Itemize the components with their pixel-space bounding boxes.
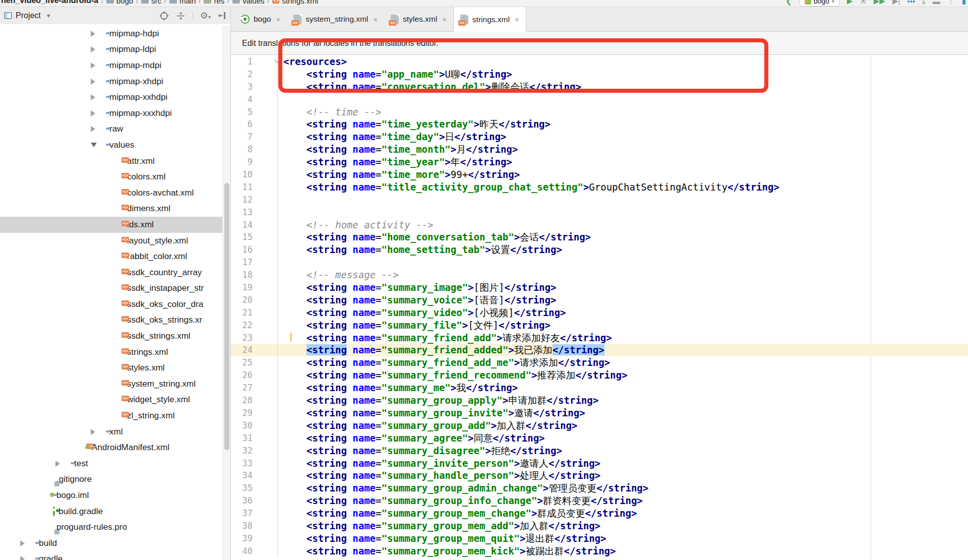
debug-icon[interactable]: ▶▶: [874, 0, 885, 6]
tree-item-system-string-xml[interactable]: <>system_string.xml: [0, 376, 222, 392]
breadcrumb-root[interactable]: hen_video_live-android-a: [1, 0, 98, 5]
tree-item-ssdk-country-array[interactable]: <>ssdk_country_array: [0, 265, 222, 281]
collapse-arrow-icon[interactable]: [91, 63, 95, 69]
breadcrumb-item[interactable]: <>strings.xml: [272, 0, 318, 5]
tree-item-ssdk-strings-xml[interactable]: <>ssdk_strings.xml: [0, 328, 222, 344]
collapse-arrow-icon[interactable]: [20, 540, 25, 546]
tree-item-zl-string-xml[interactable]: <>zl_string.xml: [0, 408, 222, 424]
tree-item-colors-xml[interactable]: <>colors.xml: [0, 169, 222, 185]
tab-strings-xml[interactable]: <>strings.xml×: [453, 7, 526, 32]
code-line-27[interactable]: 27 <string name="summary_me">我</string>: [231, 382, 968, 394]
tree-item-bogo-iml[interactable]: bogo.iml: [0, 487, 222, 504]
code-line-30[interactable]: 30 <string name="summary_group_add">加入群<…: [231, 419, 968, 432]
tree-item-widget-style-xml[interactable]: <>widget_style.xml: [0, 392, 222, 408]
collapse-arrow-icon[interactable]: [91, 79, 95, 85]
code-line-12[interactable]: 12: [231, 194, 968, 206]
code-line-38[interactable]: 38 <string name="summary_group_mem_add">…: [231, 520, 968, 532]
code-line-25[interactable]: 25 <string name="summary_friend_add_me">…: [231, 356, 968, 369]
stop-icon[interactable]: ▬: [933, 0, 940, 6]
tree-item-strings-xml[interactable]: <>strings.xml: [0, 344, 222, 360]
code-line-17[interactable]: 17: [231, 256, 968, 269]
build-icon[interactable]: ⚒: [860, 0, 866, 6]
panel-splitter[interactable]: [230, 7, 231, 560]
code-line-3[interactable]: 3 <string name="conversation_del">删除会话</…: [231, 81, 968, 93]
tree-item-test[interactable]: test: [0, 456, 222, 472]
code-line-35[interactable]: 35 <string name="summary_group_admin_cha…: [231, 482, 968, 494]
tree-item-layout-style-xml[interactable]: <>layout_style.xml: [0, 233, 222, 249]
code-line-37[interactable]: 37 <string name="summary_group_mem_chang…: [231, 507, 968, 520]
tree-item--gitignore[interactable]: .gitignore: [0, 472, 222, 488]
tree-item-build[interactable]: build: [0, 535, 222, 551]
locate-file-icon[interactable]: [159, 11, 169, 21]
tree-item-values[interactable]: values: [0, 137, 222, 153]
code-line-1[interactable]: 1<resources>: [231, 55, 968, 68]
collapse-arrow-icon[interactable]: [91, 126, 95, 132]
tree-item-ssdk-oks-color-dra[interactable]: <>ssdk_oks_color_dra: [0, 296, 222, 313]
collapse-all-icon[interactable]: [176, 11, 186, 21]
tree-item-mipmap-xxxhdpi[interactable]: mipmap-xxxhdpi: [0, 105, 222, 121]
code-line-6[interactable]: 6 <string name="time_yesterday">昨天</stri…: [231, 118, 968, 131]
collapse-arrow-icon[interactable]: [91, 110, 95, 116]
project-scrollbar-thumb[interactable]: [224, 183, 229, 450]
code-line-14[interactable]: 14 <!-- home activity -->: [231, 219, 968, 231]
code-line-16[interactable]: 16 <string name="home_setting_tab">设置</s…: [231, 243, 968, 256]
settings-gear-icon[interactable]: ⚙▾: [200, 10, 211, 21]
tab-bogo[interactable]: bogo×: [234, 7, 287, 31]
device-icon[interactable]: ▮: [962, 0, 966, 6]
back-icon[interactable]: ❮: [785, 0, 792, 6]
profile-icon[interactable]: ▶|: [892, 0, 900, 6]
breadcrumb-item[interactable]: values: [232, 0, 264, 5]
code-line-15[interactable]: 15 <string name="home_conversation_tab">…: [231, 231, 968, 243]
code-line-40[interactable]: 40 <string name="summary_group_mem_kick"…: [231, 545, 968, 557]
more-vertical-icon[interactable]: ⋮: [947, 0, 955, 6]
code-line-5[interactable]: 5 <!-- time -->: [231, 106, 968, 118]
intention-bulb-icon[interactable]: [290, 333, 298, 343]
tree-item-rabbit-color-xml[interactable]: <>rabbit_color.xml: [0, 248, 222, 265]
tree-item-attr-xml[interactable]: <>attr.xml: [0, 153, 222, 169]
code-editor[interactable]: 1<resources>2 <string name="app_name">U聊…: [231, 55, 968, 560]
run-config-dropdown[interactable]: bogo ▾: [799, 0, 840, 7]
code-line-13[interactable]: 13: [231, 206, 968, 219]
collapse-arrow-icon[interactable]: [91, 31, 95, 37]
run-icon[interactable]: ▶: [847, 0, 853, 6]
code-line-19[interactable]: 19 <string name="summary_image">[图片]</st…: [231, 281, 968, 294]
code-line-33[interactable]: 33 <string name="summary_invite_person">…: [231, 457, 968, 470]
tree-item-ssdk-instapaper-str[interactable]: <>ssdk_instapaper_str: [0, 281, 222, 297]
chevron-down-icon[interactable]: ▼: [46, 13, 51, 19]
code-line-39[interactable]: 39 <string name="summary_group_mem_quit"…: [231, 532, 968, 545]
tree-item-ids-xml[interactable]: <>ids.xml: [0, 217, 222, 233]
code-line-8[interactable]: 8 <string name="time_month">月</string>: [231, 143, 968, 156]
tree-item-mipmap-xxhdpi[interactable]: mipmap-xxhdpi: [0, 89, 222, 105]
code-line-21[interactable]: 21 <string name="summary_video">[小视频]</s…: [231, 306, 968, 319]
code-line-29[interactable]: 29 <string name="summary_group_invite">邀…: [231, 407, 968, 419]
code-line-26[interactable]: 26 <string name="summary_friend_recommen…: [231, 369, 968, 382]
tree-item-dimens-xml[interactable]: <>dimens.xml: [0, 201, 222, 217]
tab-styles-xml[interactable]: <>styles.xml×: [384, 7, 453, 31]
code-line-20[interactable]: 20 <string name="summary_voice">[语音]</st…: [231, 294, 968, 306]
tab-system-string-xml[interactable]: <>system_string.xml×: [287, 7, 384, 31]
collapse-arrow-icon[interactable]: [91, 46, 95, 52]
tree-item-ssdk-oks-strings-xr[interactable]: <>ssdk_oks_strings.xr: [0, 313, 222, 329]
tree-item-build-gradle[interactable]: build.gradle: [0, 504, 222, 520]
breadcrumb-item[interactable]: res: [204, 0, 224, 5]
code-line-32[interactable]: 32 <string name="summary_disagree">拒绝</s…: [231, 445, 968, 457]
close-icon[interactable]: ×: [515, 15, 519, 24]
collapse-arrow-icon[interactable]: [91, 94, 95, 100]
tree-item-colors-avchat-xml[interactable]: <>colors-avchat.xml: [0, 185, 222, 201]
code-line-4[interactable]: 4: [231, 93, 968, 106]
breadcrumb-item[interactable]: main: [169, 0, 196, 5]
tree-item-mipmap-xhdpi[interactable]: mipmap-xhdpi: [0, 74, 222, 90]
code-line-34[interactable]: 34 <string name="summary_handle_person">…: [231, 469, 968, 482]
close-icon[interactable]: ×: [276, 15, 280, 24]
code-line-22[interactable]: 22 <string name="summary_file">[文件]</str…: [231, 319, 968, 332]
tree-item-mipmap-ldpi[interactable]: mipmap-ldpi: [0, 42, 222, 58]
breadcrumb-item[interactable]: src: [141, 0, 161, 5]
code-line-9[interactable]: 9 <string name="time_year">年</string>: [231, 156, 968, 168]
code-line-31[interactable]: 31 <string name="summary_agree">同意</stri…: [231, 432, 968, 445]
tree-item-gradle[interactable]: gradle: [0, 551, 222, 560]
code-line-10[interactable]: 10 <string name="time_more">99+</string>: [231, 168, 968, 181]
code-line-28[interactable]: 28 <string name="summary_group_apply">申请…: [231, 394, 968, 407]
code-line-7[interactable]: 7 <string name="time_day">日</string>: [231, 131, 968, 143]
close-icon[interactable]: ×: [442, 15, 447, 24]
close-icon[interactable]: ×: [373, 15, 378, 24]
